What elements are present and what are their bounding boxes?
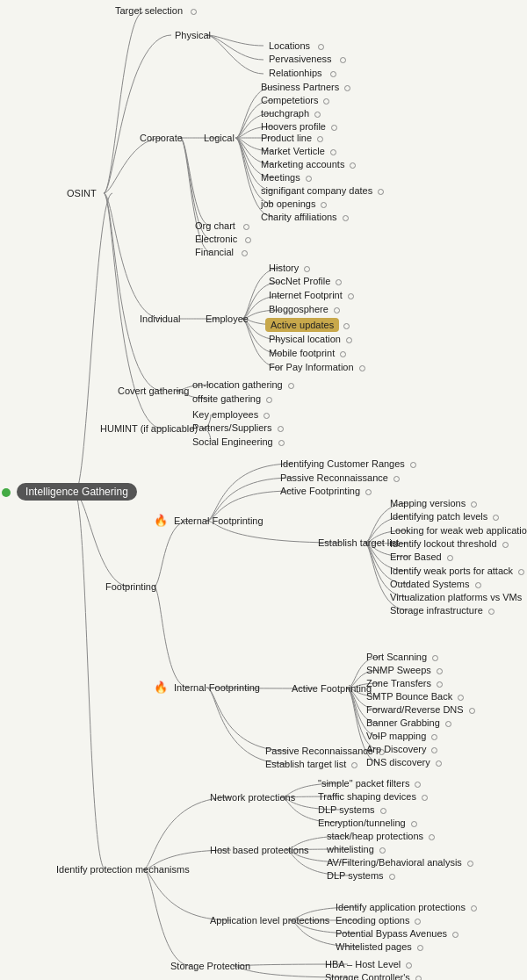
employee-node[interactable]: Employee: [202, 313, 252, 325]
individual-label: Individual: [136, 313, 184, 325]
storage-protection-node[interactable]: Storage Protection: [167, 960, 254, 972]
bloggosphere-node[interactable]: Bloggosphere: [265, 303, 340, 315]
footprinting-node[interactable]: Footprinting: [102, 580, 160, 593]
electronic-node[interactable]: Electronic: [191, 233, 251, 245]
root-icon: [2, 488, 11, 497]
error-based-node[interactable]: Error Based: [386, 551, 453, 563]
market-verticle-node[interactable]: Market Verticle: [257, 145, 336, 157]
ipm-label: Identify protection mechanisms: [53, 863, 193, 876]
corporate-label: Corporate: [136, 132, 186, 144]
partners-suppliers-node[interactable]: Partners/Suppliers: [189, 422, 284, 434]
target-selection-node[interactable]: Target selection: [112, 4, 197, 17]
outdated-sys-node[interactable]: Outdated Systems: [386, 578, 481, 590]
job-openings-node[interactable]: job openings: [257, 198, 327, 210]
org-chart-node[interactable]: Org chart: [191, 220, 249, 232]
mindmap-container: Intelligence Gathering OSINT Footprintin…: [0, 0, 527, 980]
weak-web-apps-node[interactable]: Looking for weak web applications: [386, 524, 527, 537]
charity-node[interactable]: Charity affiliations: [257, 211, 349, 223]
storage-infra-node[interactable]: Storage infrastructure: [386, 604, 495, 616]
flame-icon-int: 🔥: [154, 681, 168, 694]
physical-label: Physical: [171, 29, 214, 41]
banner-grabbing-node[interactable]: Banner Grabbing: [363, 717, 451, 729]
encryption-node[interactable]: Encryption/tunneling: [314, 817, 417, 829]
meetings-node[interactable]: Meetings: [257, 171, 312, 184]
fwd-rev-dns-node[interactable]: Forward/Reverse DNS: [363, 703, 475, 716]
key-employees-node[interactable]: Key employees: [189, 408, 270, 421]
port-scanning-node[interactable]: Port Scanning: [363, 651, 438, 663]
sig-company-dates-node[interactable]: signifigant company dates: [257, 184, 384, 197]
stack-heap-node[interactable]: stack/heap protections: [323, 830, 435, 842]
net-protections-node[interactable]: Network protections: [206, 791, 299, 803]
id-app-protections-node[interactable]: Identify application protections: [332, 901, 477, 913]
footprinting-label: Footprinting: [102, 580, 160, 593]
relationships-node[interactable]: Relationhips: [265, 67, 336, 79]
est-target-list2-node[interactable]: Establish target list: [262, 758, 357, 770]
osint-label: OSINT: [63, 187, 100, 199]
root-label: Intelligence Gathering: [17, 483, 137, 501]
ipm-node[interactable]: Identify protection mechanisms: [53, 863, 193, 876]
internet-fp-node[interactable]: Internet Footprint: [265, 289, 354, 301]
id-cust-ranges-node[interactable]: Identifying Customer Ranges: [277, 458, 416, 470]
host-protections-node[interactable]: Host based protections: [206, 844, 313, 856]
ext-footprinting-node[interactable]: 🔥 External Footprinting: [154, 514, 267, 527]
covert-label: Covert gathering: [114, 385, 192, 397]
active-fp1-node[interactable]: Active Footprinting: [277, 485, 372, 497]
storage-controllers-node[interactable]: Storage Controller's: [321, 971, 422, 980]
passive-recon1-node[interactable]: Passive Reconnaissance: [277, 472, 400, 484]
lockout-threshold-node[interactable]: Identify lockout threshold: [386, 537, 509, 550]
offsite-node[interactable]: offsite gathering: [189, 393, 272, 405]
locations-node[interactable]: Locations: [265, 40, 324, 52]
potential-bypass-node[interactable]: Potential Bypass Avenues: [332, 927, 458, 940]
pervasiveness-node[interactable]: Pervasiveness: [265, 53, 346, 65]
dlp-systems2-node[interactable]: DLP systems: [323, 869, 395, 882]
bus-partners-node[interactable]: Business Partners: [257, 81, 350, 93]
physical-node[interactable]: Physical: [171, 29, 214, 41]
physical-loc-node[interactable]: Physical location: [265, 333, 352, 345]
product-line-node[interactable]: Product line: [257, 132, 323, 144]
mobile-fp-node[interactable]: Mobile footprint: [265, 347, 346, 359]
virt-platforms-node[interactable]: Virtualization platforms vs VMs: [386, 591, 527, 603]
on-location-node[interactable]: on-location gathering: [189, 378, 294, 391]
app-protections-node[interactable]: Application level protections: [206, 914, 333, 926]
mapping-versions-node[interactable]: Mapping versions: [386, 497, 477, 509]
weak-ports-node[interactable]: Identify weak ports for attack: [386, 565, 524, 577]
for-pay-node[interactable]: For Pay Information: [265, 361, 365, 373]
traffic-shaping-node[interactable]: Traffic shaping devices: [314, 790, 428, 803]
whitelisted-pages-node[interactable]: Whitelisted pages: [332, 940, 423, 953]
hba-host-level-node[interactable]: HBA – Host Level: [321, 958, 412, 970]
target-selection-circle: [191, 9, 197, 15]
touchgraph-node[interactable]: touchgraph: [257, 107, 321, 119]
snmp-sweeps-node[interactable]: SNMP Sweeps: [363, 664, 443, 676]
history-node[interactable]: History: [265, 262, 310, 274]
covert-node[interactable]: Covert gathering: [114, 385, 192, 397]
av-filtering-node[interactable]: AV/Filtering/Behavioral analysis: [323, 856, 473, 868]
target-selection-label: Target selection: [112, 4, 186, 17]
dns-discovery-node[interactable]: DNS discovery: [363, 756, 442, 768]
smtp-bounce-node[interactable]: SMTP Bounce Back: [363, 690, 464, 703]
root-node: Intelligence Gathering: [2, 483, 137, 501]
whitelisting-node[interactable]: whitelisting: [323, 843, 386, 855]
hoovers-node[interactable]: Hoovers profile: [257, 120, 337, 133]
individual-node[interactable]: Individual: [136, 313, 184, 325]
active-updates-node[interactable]: Active updates: [265, 318, 350, 332]
zone-transfers-node[interactable]: Zone Transfers: [363, 677, 443, 689]
humint-node[interactable]: HUMINT (if applicable): [97, 422, 201, 435]
marketing-accounts-node[interactable]: Marketing accounts: [257, 158, 356, 170]
arp-discovery-node[interactable]: Arp Discovery: [363, 743, 437, 755]
logical-node[interactable]: Logical: [200, 132, 238, 144]
dlp-systems1-node[interactable]: DLP systems: [314, 803, 386, 816]
id-patch-levels-node[interactable]: Identifying patch levels: [386, 510, 499, 522]
financial-node[interactable]: Financial: [191, 246, 248, 258]
encoding-options-node[interactable]: Encoding options: [332, 914, 421, 926]
simple-packet-filters-node[interactable]: "simple" packet filters: [314, 777, 421, 789]
int-footprinting-node[interactable]: 🔥 Internal Footprinting: [154, 681, 264, 694]
socnet-node[interactable]: SocNet Profile: [265, 275, 342, 287]
competitors-node[interactable]: Competetiors: [257, 94, 329, 106]
voip-mapping-node[interactable]: VoIP mapping: [363, 730, 437, 742]
humint-label: HUMINT (if applicable): [97, 422, 201, 435]
corporate-node[interactable]: Corporate: [136, 132, 186, 144]
flame-icon-ext: 🔥: [154, 514, 168, 527]
osint-node[interactable]: OSINT: [63, 187, 100, 199]
social-eng-node[interactable]: Social Engineering: [189, 436, 285, 448]
